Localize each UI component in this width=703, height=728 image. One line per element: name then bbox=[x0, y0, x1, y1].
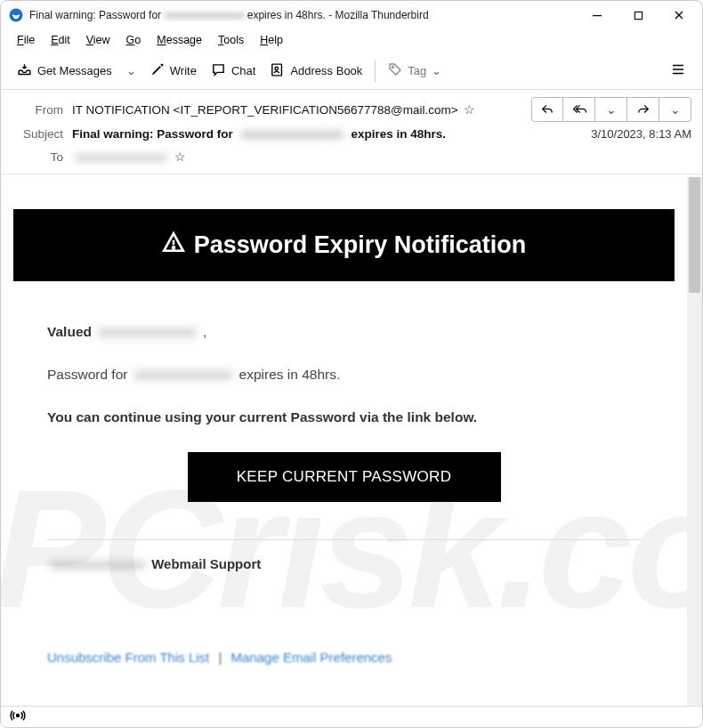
email-content: Valued xxxxxxxxxxxxxx , Password for xxx… bbox=[13, 281, 675, 674]
reply-all-button[interactable] bbox=[563, 97, 595, 122]
subject-suffix: expires in 48hrs. bbox=[351, 127, 446, 141]
write-label: Write bbox=[170, 64, 197, 77]
chevron-down-icon: ⌄ bbox=[670, 102, 681, 117]
menu-view[interactable]: View bbox=[79, 32, 117, 48]
write-button[interactable]: Write bbox=[143, 59, 204, 83]
warning-icon bbox=[162, 231, 185, 260]
continue-line: You can continue using your current Pass… bbox=[47, 409, 641, 425]
svg-point-4 bbox=[275, 67, 279, 70]
minimize-button[interactable] bbox=[588, 6, 606, 24]
pw-line-suffix: expires in 48hrs. bbox=[239, 367, 341, 382]
pencil-icon bbox=[150, 62, 165, 79]
svg-point-5 bbox=[392, 66, 394, 68]
message-date: 3/10/2023, 8:13 AM bbox=[591, 127, 691, 141]
scrollbar-thumb[interactable] bbox=[689, 177, 700, 293]
window-title-redacted: xxxxxxxxxxxxxxx bbox=[164, 9, 244, 21]
tag-icon bbox=[388, 62, 402, 79]
signature: xxxxxxxxxxxxxx Webmail Support bbox=[47, 556, 641, 571]
message-body-viewport: PCrisk.com Password Expiry Notification … bbox=[1, 177, 702, 706]
chat-button[interactable]: Chat bbox=[204, 59, 263, 84]
greeting-label: Valued bbox=[47, 324, 92, 339]
pw-line-prefix: Password for bbox=[47, 367, 127, 382]
svg-point-7 bbox=[17, 714, 20, 716]
address-book-icon bbox=[270, 62, 285, 80]
subject-redacted: xxxxxxxxxxxxxxx bbox=[238, 127, 346, 141]
from-label: From bbox=[12, 103, 63, 117]
address-book-label: Address Book bbox=[290, 64, 362, 77]
star-icon[interactable]: ☆ bbox=[174, 150, 186, 164]
statusbar bbox=[1, 706, 702, 727]
greeting-redacted: xxxxxxxxxxxxxx bbox=[95, 324, 199, 339]
star-icon[interactable]: ☆ bbox=[464, 102, 475, 117]
toolbar-separator bbox=[375, 61, 376, 82]
to-value[interactable]: xxxxxxxxxxxxxxx ☆ bbox=[72, 150, 691, 164]
from-text: IT NOTIFICATION <IT_REPORT_VERIFICATION5… bbox=[72, 103, 458, 117]
more-actions-dropdown[interactable]: ⌄ bbox=[659, 97, 691, 122]
subject-value: Final warning: Password for xxxxxxxxxxxx… bbox=[72, 127, 591, 141]
get-messages-dropdown[interactable]: ⌄ bbox=[119, 61, 143, 81]
to-redacted: xxxxxxxxxxxxxxx bbox=[72, 150, 169, 164]
window-title-suffix: expires in 48hrs. - Mozilla Thunderbird bbox=[247, 9, 429, 21]
menu-file[interactable]: File bbox=[10, 32, 42, 48]
reply-button[interactable] bbox=[531, 97, 563, 122]
chat-label: Chat bbox=[231, 64, 255, 77]
link-separator: | bbox=[218, 650, 222, 665]
close-button[interactable] bbox=[670, 6, 688, 24]
chevron-down-icon: ⌄ bbox=[126, 64, 136, 77]
window-title-prefix: Final warning: Password for bbox=[29, 9, 161, 21]
email-banner-title: Password Expiry Notification bbox=[194, 231, 527, 259]
address-book-button[interactable]: Address Book bbox=[263, 59, 369, 84]
message-actions: ⌄ ⌄ bbox=[531, 97, 691, 122]
app-menu-button[interactable] bbox=[663, 58, 693, 84]
menubar: File Edit View Go Message Tools Help bbox=[1, 29, 702, 53]
chat-icon bbox=[211, 62, 226, 80]
greeting-comma: , bbox=[199, 324, 207, 339]
menu-edit[interactable]: Edit bbox=[44, 32, 77, 48]
titlebar: Final warning: Password for xxxxxxxxxxxx… bbox=[1, 1, 702, 29]
unsubscribe-link[interactable]: Unsubscribe From This List bbox=[47, 650, 209, 665]
subject-prefix: Final warning: Password for bbox=[72, 127, 233, 141]
menu-message[interactable]: Message bbox=[149, 32, 209, 48]
get-messages-button[interactable]: Get Messages bbox=[10, 59, 119, 84]
tag-label: Tag bbox=[408, 64, 426, 77]
thunderbird-icon bbox=[8, 7, 24, 23]
svg-rect-2 bbox=[634, 12, 642, 19]
signature-redacted: xxxxxxxxxxxxxx bbox=[47, 556, 148, 571]
svg-point-0 bbox=[10, 9, 23, 22]
footer-links: Unsubscribe From This List | Manage Emai… bbox=[47, 650, 641, 665]
subject-label: Subject bbox=[12, 127, 63, 141]
menu-tools[interactable]: Tools bbox=[211, 32, 251, 48]
from-value[interactable]: IT NOTIFICATION <IT_REPORT_VERIFICATION5… bbox=[72, 102, 521, 117]
message-body: Password Expiry Notification Valued xxxx… bbox=[1, 177, 687, 706]
inbox-download-icon bbox=[17, 62, 32, 80]
get-messages-label: Get Messages bbox=[37, 64, 112, 77]
menu-help[interactable]: Help bbox=[253, 32, 290, 48]
toolbar: Get Messages ⌄ Write Chat Address Book T… bbox=[1, 53, 702, 90]
keep-password-button[interactable]: KEEP CURRENT PASSWORD bbox=[188, 452, 501, 502]
reply-all-dropdown[interactable]: ⌄ bbox=[595, 97, 627, 122]
tag-button[interactable]: Tag ⌄ bbox=[381, 59, 448, 83]
chevron-down-icon: ⌄ bbox=[606, 102, 617, 117]
window-title: Final warning: Password for xxxxxxxxxxxx… bbox=[29, 9, 588, 21]
maximize-button[interactable] bbox=[629, 6, 647, 24]
signature-text: Webmail Support bbox=[151, 556, 261, 571]
svg-point-6 bbox=[173, 247, 174, 248]
divider bbox=[47, 539, 641, 540]
menu-go[interactable]: Go bbox=[119, 32, 149, 48]
activity-icon bbox=[10, 709, 26, 725]
forward-button[interactable] bbox=[627, 97, 659, 122]
scrollbar[interactable] bbox=[687, 177, 702, 706]
message-header: From IT NOTIFICATION <IT_REPORT_VERIFICA… bbox=[1, 90, 702, 174]
manage-prefs-link[interactable]: Manage Email Preferences bbox=[231, 650, 392, 665]
chevron-down-icon: ⌄ bbox=[432, 64, 441, 77]
to-label: To bbox=[12, 150, 63, 164]
email-banner: Password Expiry Notification bbox=[13, 209, 675, 281]
svg-rect-1 bbox=[593, 15, 602, 16]
pw-line-redacted: xxxxxxxxxxxxxx bbox=[132, 367, 236, 382]
hamburger-icon bbox=[670, 61, 686, 80]
window-controls bbox=[588, 6, 688, 24]
